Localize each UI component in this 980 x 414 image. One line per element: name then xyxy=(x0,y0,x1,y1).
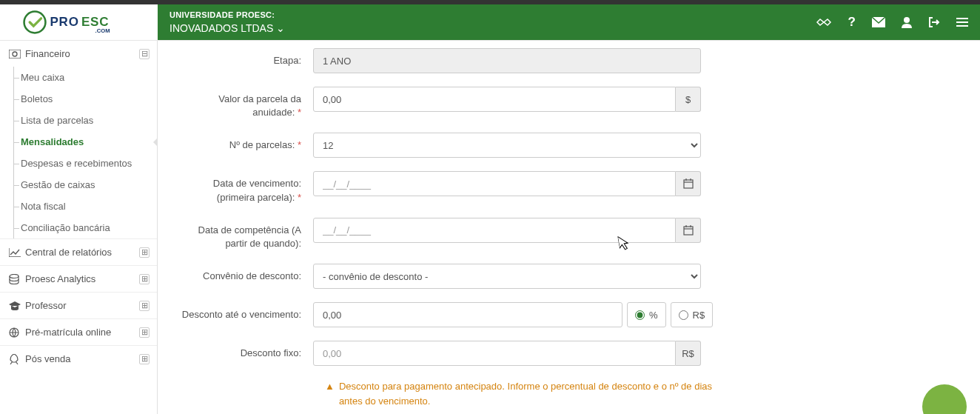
valor-parcela-input[interactable] xyxy=(313,87,676,112)
money-icon xyxy=(9,50,25,59)
sidebar-posvenda[interactable]: Pós venda ⊞ xyxy=(0,345,157,372)
graduation-cap-icon xyxy=(9,301,25,310)
sidebar-item-gestao-caixas[interactable]: Gestão de caixas xyxy=(0,174,157,196)
handshake-icon[interactable] xyxy=(816,16,832,28)
database-icon xyxy=(9,274,25,284)
warning-text: ▲ Desconto para pagamento antecipado. In… xyxy=(325,379,713,408)
data-venc-label: Data de vencimento: (primeira parcela): … xyxy=(180,171,313,204)
desc-venc-label: Desconto até o vencimento: xyxy=(180,302,313,321)
data-comp-label: Data de competência (A partir de quando)… xyxy=(180,218,313,250)
svg-rect-17 xyxy=(684,227,693,235)
svg-text:.COM: .COM xyxy=(95,27,110,34)
menu-icon[interactable] xyxy=(956,17,968,27)
logo: PRO ESC .COM xyxy=(0,4,158,40)
expand-icon: ⊞ xyxy=(139,247,150,258)
svg-rect-13 xyxy=(684,180,693,188)
svg-point-10 xyxy=(13,52,17,56)
expand-icon: ⊞ xyxy=(139,274,150,284)
mail-icon[interactable] xyxy=(872,17,885,27)
desc-venc-rs-radio[interactable]: R$ xyxy=(671,302,714,327)
valor-parcela-label: Valor da parcela da anuidade: * xyxy=(180,87,313,119)
data-comp-input[interactable] xyxy=(313,218,676,243)
sidebar-item-meu-caixa[interactable]: Meu caixa xyxy=(0,67,157,88)
n-parcelas-select[interactable]: 12 xyxy=(313,133,701,158)
etapa-label: Etapa: xyxy=(180,48,313,67)
expand-icon: ⊞ xyxy=(139,354,150,364)
sidebar-item-despesas[interactable]: Despesas e recebimentos xyxy=(0,153,157,174)
sidebar-analytics[interactable]: Proesc Analytics ⊞ xyxy=(0,265,157,292)
sidebar-item-boletos[interactable]: Boletos xyxy=(0,88,157,110)
collapse-icon: ⊟ xyxy=(139,49,150,59)
expand-icon: ⊞ xyxy=(139,301,150,311)
svg-text:PRO: PRO xyxy=(50,15,78,29)
svg-text:ESC: ESC xyxy=(81,15,110,29)
chart-line-icon xyxy=(9,248,25,257)
n-parcelas-label: Nº de parcelas: * xyxy=(180,133,313,152)
globe-icon xyxy=(9,327,25,338)
convenio-select[interactable]: - convênio de desconto - xyxy=(313,264,701,289)
sidebar-professor[interactable]: Professor ⊞ xyxy=(0,292,157,318)
help-icon[interactable]: ? xyxy=(848,15,856,30)
expand-icon: ⊞ xyxy=(139,327,150,338)
sidebar-item-conciliacao[interactable]: Conciliação bancária xyxy=(0,217,157,238)
calendar-icon[interactable] xyxy=(676,218,701,243)
svg-point-0 xyxy=(24,12,46,33)
university-label: UNIVERSIDADE PROESC: xyxy=(170,10,285,20)
chevron-down-icon: ⌄ xyxy=(276,21,285,35)
svg-rect-9 xyxy=(9,50,21,59)
sidebar-item-lista-parcelas[interactable]: Lista de parcelas xyxy=(0,110,157,131)
calendar-icon[interactable] xyxy=(676,171,701,196)
desc-fixo-input[interactable] xyxy=(313,341,676,366)
desc-fixo-label: Desconto fixo: xyxy=(180,341,313,360)
currency-addon: $ xyxy=(676,87,701,112)
sidebar-financeiro[interactable]: Financeiro ⊟ xyxy=(0,41,157,67)
svg-point-5 xyxy=(904,17,910,23)
sidebar-item-nota-fiscal[interactable]: Nota fiscal xyxy=(0,196,157,217)
user-icon[interactable] xyxy=(902,16,912,28)
svg-point-11 xyxy=(10,274,19,278)
tenant-selector[interactable]: INOVADADOS LTDAS ⌄ xyxy=(170,21,285,35)
rocket-icon xyxy=(9,354,25,364)
etapa-input xyxy=(313,48,701,73)
sidebar-relatorios[interactable]: Central de relatórios ⊞ xyxy=(0,238,157,265)
logout-icon[interactable] xyxy=(928,16,940,28)
desc-venc-input[interactable] xyxy=(313,302,622,327)
data-venc-input[interactable] xyxy=(313,171,676,196)
warning-icon: ▲ xyxy=(325,379,335,408)
desc-venc-pct-radio[interactable]: % xyxy=(627,302,666,327)
sidebar-prematricula[interactable]: Pré-matrícula online ⊞ xyxy=(0,318,157,345)
currency-addon-rs: R$ xyxy=(676,341,701,366)
convenio-label: Convênio de desconto: xyxy=(180,264,313,283)
sidebar-item-mensalidades[interactable]: Mensalidades xyxy=(0,131,157,153)
